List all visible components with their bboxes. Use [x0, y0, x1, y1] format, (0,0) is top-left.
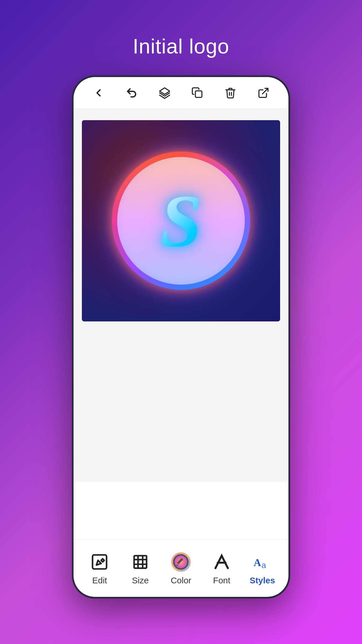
- copy-button[interactable]: [189, 84, 206, 101]
- logo-letter: S: [160, 183, 202, 258]
- neon-background: S: [82, 120, 280, 321]
- tool-font[interactable]: Font: [206, 551, 238, 585]
- page-title: Initial logo: [133, 34, 229, 58]
- edit-label: Edit: [92, 576, 107, 585]
- font-label: Font: [213, 576, 230, 585]
- logo-canvas[interactable]: S: [82, 120, 280, 321]
- styles-label: Styles: [250, 576, 275, 585]
- layers-button[interactable]: [156, 84, 173, 101]
- size-icon: T: [130, 551, 151, 573]
- tool-styles[interactable]: A a Styles: [247, 551, 278, 585]
- phone-shell: S Edit: [72, 75, 290, 599]
- svg-rect-4: [134, 556, 147, 568]
- svg-line-2: [262, 88, 268, 94]
- styles-icon: A a: [252, 551, 273, 573]
- back-button[interactable]: [90, 84, 107, 101]
- delete-button[interactable]: [222, 84, 239, 101]
- svg-text:A: A: [253, 557, 261, 568]
- color-icon: [170, 551, 192, 573]
- size-label: Size: [132, 576, 149, 585]
- svg-rect-1: [195, 91, 202, 97]
- tool-edit[interactable]: Edit: [84, 551, 115, 585]
- neon-ring: S: [112, 152, 250, 290]
- font-icon: [211, 551, 232, 573]
- undo-button[interactable]: [123, 84, 140, 101]
- tool-color[interactable]: Color: [165, 551, 197, 585]
- svg-text:a: a: [261, 561, 266, 570]
- svg-text:T: T: [137, 560, 140, 564]
- bottom-toolbar: Edit T Size: [74, 539, 288, 597]
- canvas-whitespace: [74, 482, 288, 539]
- top-toolbar: [74, 77, 288, 109]
- canvas-area: S: [74, 109, 288, 482]
- color-label: Color: [171, 576, 191, 585]
- export-button[interactable]: [255, 84, 272, 101]
- tool-size[interactable]: T Size: [124, 551, 156, 585]
- edit-icon: [89, 551, 110, 573]
